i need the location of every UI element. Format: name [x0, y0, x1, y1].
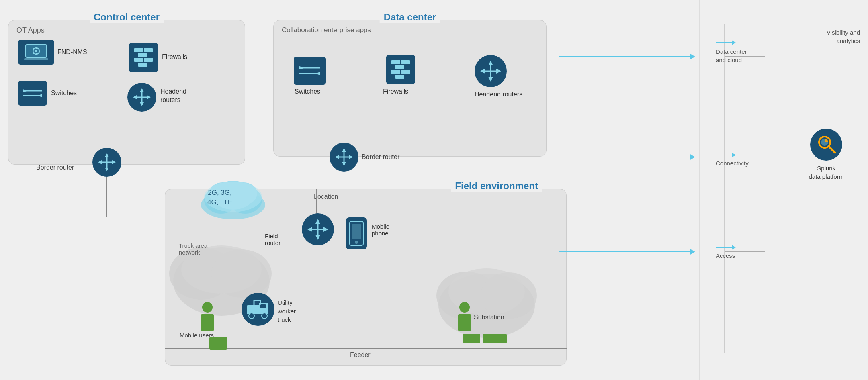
svg-marker-66 — [315, 219, 320, 224]
switches-dc-icon — [294, 57, 326, 85]
feeder-label: Feeder — [350, 351, 371, 359]
location-label: Location — [314, 193, 338, 200]
svg-marker-25 — [140, 88, 144, 92]
svg-rect-43 — [401, 70, 410, 74]
svg-rect-39 — [391, 60, 400, 64]
visibility-label: Visibility andanalytics — [827, 28, 860, 45]
svg-rect-40 — [401, 60, 410, 64]
right-panel: Data centerand cloud Connectivity Access… — [699, 0, 868, 380]
svg-marker-32 — [105, 168, 109, 171]
svg-marker-68 — [307, 227, 312, 232]
svg-marker-54 — [342, 162, 346, 166]
border-router-dc-label: Border router — [362, 153, 399, 161]
svg-marker-33 — [98, 160, 102, 164]
line-br-horizontal — [106, 157, 344, 157]
svg-rect-92 — [458, 314, 471, 331]
line-dc-to-cloud — [344, 172, 344, 204]
switches-dc-label: Switches — [295, 88, 320, 95]
firewalls-cc-icon — [129, 43, 158, 72]
svg-rect-19 — [138, 53, 147, 57]
substation-blob — [434, 262, 539, 342]
utility-truck-label: Utilityworkertruck — [278, 298, 296, 324]
headend-cc-label: Headendrouters — [160, 88, 186, 104]
svg-marker-67 — [315, 235, 320, 240]
access-connector: Access — [716, 245, 736, 259]
substation-label: Substation — [474, 314, 504, 321]
access-label: Access — [716, 252, 735, 259]
splunk-label: Splunkdata platform — [809, 164, 844, 181]
connectivity-connector: Connectivity — [716, 153, 749, 167]
right-panel-vline — [724, 24, 725, 353]
svg-marker-55 — [335, 155, 339, 159]
svg-marker-38 — [315, 72, 320, 75]
svg-point-91 — [459, 302, 470, 313]
svg-rect-17 — [134, 48, 143, 52]
svg-marker-53 — [342, 148, 346, 152]
svg-marker-56 — [349, 155, 353, 159]
control-center-label: Control center — [90, 12, 164, 23]
svg-line-94 — [829, 146, 835, 153]
arrow-dc — [690, 53, 695, 60]
h-line-access — [725, 251, 765, 252]
main-to-right-conn — [559, 157, 691, 157]
svg-rect-2 — [24, 58, 48, 60]
svg-marker-69 — [323, 227, 328, 232]
svg-rect-20 — [134, 58, 143, 62]
headend-dc-icon — [475, 55, 507, 87]
mobile-users-person — [197, 302, 217, 334]
svg-point-4 — [35, 50, 37, 52]
svg-point-72 — [355, 241, 358, 244]
svg-rect-81 — [260, 304, 266, 308]
firewalls-dc-icon — [386, 55, 415, 84]
svg-rect-42 — [391, 70, 400, 74]
arrow-conn — [690, 154, 695, 160]
border-router-cc-icon — [92, 148, 121, 177]
data-center-box: Data center Collaboration enterprise app… — [273, 20, 547, 157]
cloud-shape: 2G, 3G,4G, LTE — [197, 173, 269, 221]
ot-apps-label: OT Apps — [16, 26, 45, 35]
collab-apps-label: Collaboration enterprise apps — [282, 26, 371, 34]
svg-marker-37 — [299, 66, 305, 69]
svg-point-77 — [202, 302, 213, 313]
mobile-users-label: Mobile users — [180, 332, 214, 339]
visibility-analytics: Visibility andanalytics — [827, 28, 860, 45]
data-center-cloud-connector: Data centerand cloud — [716, 40, 747, 64]
border-router-cc-label: Border router — [36, 164, 74, 171]
main-to-right-dc — [559, 56, 691, 57]
firewalls-dc-label: Firewalls — [383, 88, 408, 95]
svg-rect-21 — [144, 58, 153, 62]
svg-marker-49 — [480, 69, 485, 74]
data-center-cloud-label: Data centerand cloud — [716, 47, 747, 64]
svg-marker-16 — [37, 94, 42, 97]
svg-rect-41 — [395, 65, 404, 69]
svg-marker-31 — [105, 153, 109, 157]
data-center-label: Data center — [380, 12, 440, 23]
feeder-device-mobile — [209, 337, 227, 350]
firewalls-cc-label: Firewalls — [162, 53, 187, 61]
field-env-label: Field environment — [451, 180, 542, 192]
svg-marker-15 — [23, 89, 28, 92]
line-cc-to-cloud — [106, 177, 107, 217]
svg-marker-34 — [112, 160, 116, 164]
border-router-dc-icon — [330, 143, 358, 172]
svg-marker-47 — [488, 61, 493, 65]
mobile-phone-icon — [346, 217, 367, 249]
headend-dc-label: Headend routers — [475, 91, 522, 98]
svg-point-82 — [249, 313, 254, 319]
splunk-icon — [810, 129, 842, 161]
mobile-phone-label: Mobilephone — [372, 223, 389, 237]
utility-truck-icon — [242, 293, 274, 326]
svg-marker-28 — [147, 95, 151, 99]
main-container: Control center OT Apps — [0, 0, 868, 380]
substation-person — [454, 302, 475, 334]
svg-rect-18 — [144, 48, 153, 52]
connectivity-label: Connectivity — [716, 160, 749, 167]
headend-cc-icon — [127, 83, 156, 112]
switches-cc-label: Switches — [51, 90, 77, 97]
fnd-nms-icon — [18, 40, 54, 65]
arrow-access — [690, 249, 695, 255]
control-center-box: Control center OT Apps — [8, 20, 245, 165]
svg-point-83 — [262, 313, 267, 319]
svg-rect-71 — [352, 224, 361, 239]
svg-marker-26 — [140, 102, 144, 106]
